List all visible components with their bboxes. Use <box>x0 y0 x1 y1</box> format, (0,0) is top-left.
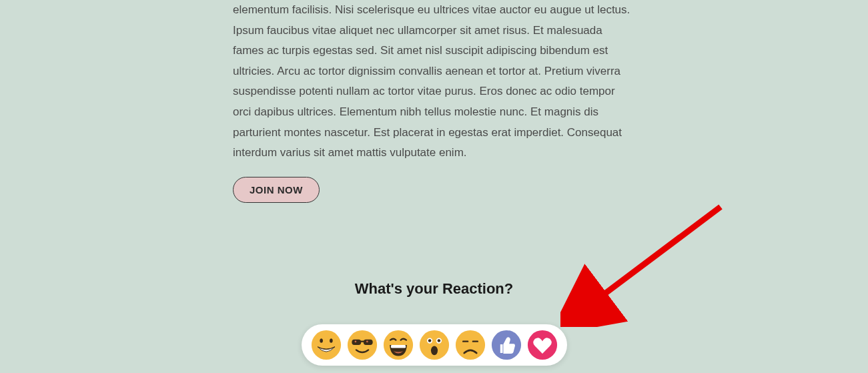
laugh-icon[interactable] <box>383 330 414 360</box>
love-icon[interactable] <box>527 330 558 360</box>
article-body: elementum facilisis. Nisi scelerisque eu… <box>233 0 633 163</box>
cool-icon[interactable] <box>347 330 378 360</box>
svg-point-15 <box>437 339 440 342</box>
svg-point-16 <box>430 346 437 355</box>
wow-icon[interactable] <box>419 330 450 360</box>
reaction-bar <box>302 324 567 366</box>
svg-point-11 <box>419 330 448 360</box>
svg-rect-5 <box>363 340 372 345</box>
svg-point-17 <box>455 330 484 360</box>
smile-icon[interactable] <box>311 330 342 360</box>
svg-point-0 <box>311 330 340 360</box>
svg-rect-19 <box>472 341 478 342</box>
svg-point-3 <box>347 330 376 360</box>
svg-point-13 <box>428 339 431 342</box>
svg-rect-4 <box>352 340 361 345</box>
svg-point-8 <box>366 341 368 343</box>
like-icon[interactable] <box>491 330 522 360</box>
reaction-section: What's your Reaction? <box>0 280 868 366</box>
reaction-title: What's your Reaction? <box>0 280 868 298</box>
svg-rect-6 <box>360 341 364 342</box>
sad-icon[interactable] <box>455 330 486 360</box>
svg-rect-18 <box>462 341 468 342</box>
svg-point-1 <box>320 338 323 342</box>
article-content: elementum facilisis. Nisi scelerisque eu… <box>233 0 633 203</box>
svg-rect-10 <box>390 345 405 348</box>
svg-point-2 <box>330 338 333 342</box>
svg-point-7 <box>354 341 356 343</box>
join-now-button[interactable]: JOIN NOW <box>233 177 320 203</box>
